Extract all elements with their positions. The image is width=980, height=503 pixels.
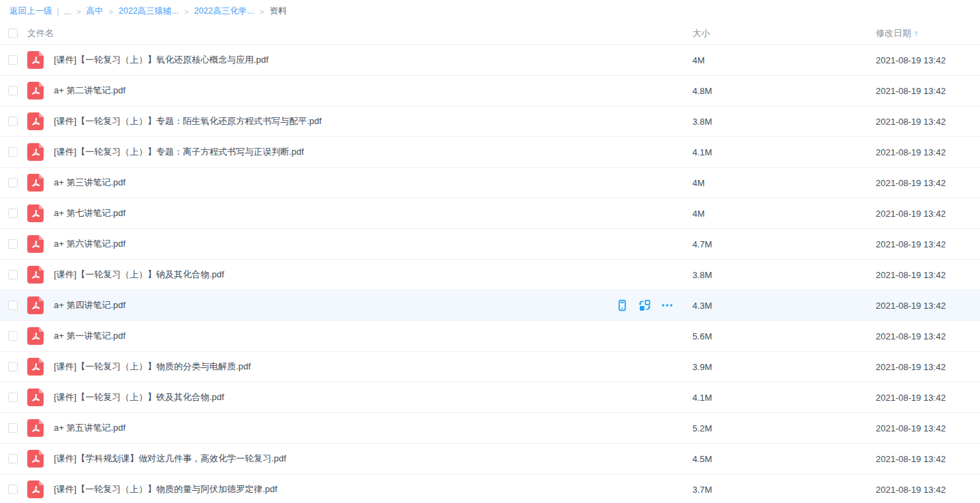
table-row[interactable]: [课件]【一轮复习（上）】铁及其化合物.pdf — [0, 382, 980, 413]
file-date: 2021-08-19 13:42 — [876, 117, 980, 127]
row-checkbox[interactable] — [8, 178, 18, 187]
row-checkbox[interactable] — [8, 117, 18, 126]
file-table-body: [课件]【一轮复习（上）】氧化还原核心概念与应用.pdf — [0, 45, 980, 503]
file-name-link[interactable]: [课件]【一轮复习（上）】专题：离子方程式书写与正误判断.pdf — [54, 146, 692, 158]
table-row[interactable]: [课件]【一轮复习（上）】钠及其化合物.pdf — [0, 260, 980, 290]
table-row[interactable]: a+ 第五讲笔记.pdf — [0, 413, 980, 444]
row-checkbox[interactable] — [8, 86, 18, 95]
pdf-file-icon — [27, 296, 44, 314]
table-row[interactable]: a+ 第二讲笔记.pdf — [0, 76, 980, 106]
row-checkbox[interactable] — [8, 423, 18, 433]
breadcrumb-link-course[interactable]: 2022高三猿辅... — [119, 5, 179, 17]
file-date: 2021-08-19 13:42 — [876, 454, 980, 464]
breadcrumb-pipe: | — [57, 7, 59, 16]
breadcrumb-separator: > — [76, 7, 80, 16]
column-header-date[interactable]: 修改日期 ↑ — [876, 27, 980, 40]
file-date: 2021-08-19 13:42 — [876, 270, 980, 280]
breadcrumb-ellipsis-link[interactable]: ... — [64, 7, 71, 16]
table-row[interactable]: [课件]【学科规划课】做对这几件事，高效化学一轮复习.pdf — [0, 444, 980, 474]
file-name-link[interactable]: [课件]【一轮复习（上）】物质的量与阿伏加德罗定律.pdf — [54, 483, 692, 496]
pdf-file-icon — [27, 450, 44, 468]
pdf-file-icon — [27, 174, 44, 192]
pdf-file-icon — [27, 419, 44, 437]
file-date: 2021-08-19 13:42 — [876, 55, 980, 65]
file-date: 2021-08-19 13:42 — [876, 86, 980, 96]
select-all-checkbox[interactable] — [8, 29, 18, 38]
file-date: 2021-08-19 13:42 — [876, 239, 980, 249]
row-checkbox[interactable] — [8, 454, 18, 463]
pdf-file-icon — [27, 112, 44, 130]
table-row[interactable]: [课件]【一轮复习（上）】专题：陌生氧化还原方程式书写与配平.pdf — [0, 106, 980, 137]
file-size: 3.7M — [692, 485, 876, 495]
row-checkbox[interactable] — [8, 301, 18, 310]
more-icon[interactable] — [660, 299, 674, 312]
file-table-header: 文件名 大小 修改日期 ↑ — [0, 22, 980, 45]
file-size: 4.7M — [692, 239, 876, 249]
row-checkbox[interactable] — [8, 239, 18, 249]
breadcrumb-separator: > — [184, 7, 188, 16]
breadcrumb-separator: > — [260, 7, 264, 16]
row-checkbox[interactable] — [8, 270, 18, 279]
sort-ascending-icon: ↑ — [914, 29, 918, 38]
table-row[interactable]: a+ 第四讲笔记.pdf — [0, 290, 980, 321]
row-checkbox[interactable] — [8, 331, 18, 341]
column-header-name: 文件名 — [27, 27, 692, 40]
row-checkbox[interactable] — [8, 55, 18, 65]
file-size: 4.1M — [692, 393, 876, 403]
file-name-link[interactable]: [课件]【一轮复习（上）】物质的分类与电解质.pdf — [54, 361, 692, 373]
file-date: 2021-08-19 13:42 — [876, 331, 980, 341]
pdf-file-icon — [27, 358, 44, 376]
file-name-link[interactable]: a+ 第三讲笔记.pdf — [54, 177, 692, 189]
file-date: 2021-08-19 13:42 — [876, 485, 980, 495]
file-date: 2021-08-19 13:42 — [876, 209, 980, 219]
table-row[interactable]: a+ 第三讲笔记.pdf — [0, 168, 980, 198]
file-size: 4.1M — [692, 147, 876, 157]
table-row[interactable]: [课件]【一轮复习（上）】物质的量与阿伏加德罗定律.pdf — [0, 474, 980, 503]
row-checkbox[interactable] — [8, 393, 18, 402]
file-size: 3.8M — [692, 117, 876, 127]
file-name-link[interactable]: [课件]【一轮复习（上）】钠及其化合物.pdf — [54, 269, 692, 281]
file-size: 5.2M — [692, 423, 876, 433]
file-size: 4.3M — [692, 301, 876, 311]
file-name-link[interactable]: [课件]【学科规划课】做对这几件事，高效化学一轮复习.pdf — [54, 453, 692, 465]
pdf-file-icon — [27, 235, 44, 253]
transfer-icon[interactable] — [638, 299, 652, 312]
pdf-file-icon — [27, 388, 44, 406]
row-checkbox[interactable] — [8, 209, 18, 218]
file-name-link[interactable]: a+ 第一讲笔记.pdf — [54, 330, 692, 342]
breadcrumb-link-gaozhong[interactable]: 高中 — [87, 5, 104, 17]
table-row[interactable]: [课件]【一轮复习（上）】物质的分类与电解质.pdf — [0, 352, 980, 382]
file-name-link[interactable]: a+ 第七讲笔记.pdf — [54, 207, 692, 219]
file-name-link[interactable]: a+ 第四讲笔记.pdf — [54, 299, 692, 311]
column-header-date-label: 修改日期 — [876, 27, 911, 40]
pdf-file-icon — [27, 327, 44, 345]
file-size: 4.5M — [692, 454, 876, 464]
file-size: 3.8M — [692, 270, 876, 280]
file-size: 5.6M — [692, 331, 876, 341]
file-size: 4M — [692, 55, 876, 65]
file-name-link[interactable]: [课件]【一轮复习（上）】氧化还原核心概念与应用.pdf — [54, 54, 692, 66]
table-row[interactable]: [课件]【一轮复习（上）】专题：离子方程式书写与正误判断.pdf — [0, 137, 980, 168]
breadcrumb-link-chemistry[interactable]: 2022高三化学... — [194, 5, 254, 17]
file-name-link[interactable]: [课件]【一轮复习（上）】专题：陌生氧化还原方程式书写与配平.pdf — [54, 115, 692, 127]
file-size: 3.9M — [692, 362, 876, 372]
table-row[interactable]: a+ 第一讲笔记.pdf — [0, 321, 980, 352]
file-name-link[interactable]: a+ 第五讲笔记.pdf — [54, 422, 692, 434]
file-name-link[interactable]: a+ 第六讲笔记.pdf — [54, 238, 692, 250]
file-date: 2021-08-19 13:42 — [876, 423, 980, 433]
row-checkbox[interactable] — [8, 362, 18, 371]
table-row[interactable]: [课件]【一轮复习（上）】氧化还原核心概念与应用.pdf — [0, 45, 980, 76]
column-header-size: 大小 — [692, 27, 876, 40]
breadcrumb-back-link[interactable]: 返回上一级 — [10, 5, 52, 17]
file-date: 2021-08-19 13:42 — [876, 147, 980, 157]
table-row[interactable]: a+ 第七讲笔记.pdf — [0, 198, 980, 229]
file-name-link[interactable]: a+ 第二讲笔记.pdf — [54, 85, 692, 97]
row-checkbox[interactable] — [8, 147, 18, 157]
breadcrumb: 返回上一级 | ... > 高中 > 2022高三猿辅... > 2022高三化… — [0, 0, 980, 22]
file-size: 4M — [692, 209, 876, 219]
row-checkbox[interactable] — [8, 485, 18, 494]
send-to-mobile-icon[interactable] — [615, 299, 629, 312]
file-name-link[interactable]: [课件]【一轮复习（上）】铁及其化合物.pdf — [54, 391, 692, 403]
pdf-file-icon — [27, 143, 44, 161]
table-row[interactable]: a+ 第六讲笔记.pdf — [0, 229, 980, 260]
